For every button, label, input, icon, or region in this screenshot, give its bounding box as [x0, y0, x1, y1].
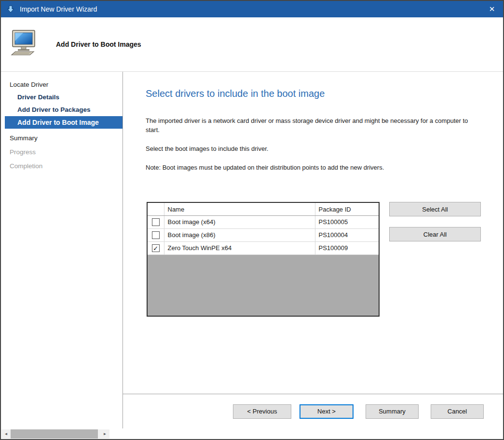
- note-text: Note: Boot images must be updated on the…: [146, 163, 483, 173]
- checkbox-cell: [148, 228, 164, 241]
- boot-images-tbody: Boot image (x64)PS100005Boot image (x86)…: [148, 215, 379, 254]
- wizard-body: Locate DriverDriver DetailsAdd Driver to…: [1, 71, 503, 428]
- bottom-bar: ◄ ►: [1, 428, 503, 439]
- table-row[interactable]: Boot image (x86)PS100004: [148, 228, 379, 241]
- sidebar-item-driver-details[interactable]: Driver Details: [1, 91, 123, 104]
- page-title: Select drivers to include in the boot im…: [146, 88, 484, 99]
- description-text: The imported driver is a network card dr…: [146, 117, 483, 135]
- wizard-step-title: Add Driver to Boot Images: [56, 40, 141, 48]
- column-header-package-id[interactable]: Package ID: [315, 203, 379, 215]
- previous-button[interactable]: < Previous: [233, 404, 291, 419]
- wizard-footer: < Previous Next > Summary Cancel: [123, 394, 503, 428]
- wizard-icon: [7, 5, 14, 13]
- window-title: Import New Driver Wizard: [20, 5, 97, 13]
- scroll-right-icon[interactable]: ►: [100, 429, 109, 439]
- scroll-left-icon[interactable]: ◄: [1, 429, 11, 439]
- next-button[interactable]: Next >: [300, 404, 354, 419]
- sidebar-horizontal-scrollbar[interactable]: ◄ ►: [1, 429, 109, 439]
- table-row[interactable]: Boot image (x64)PS100005: [148, 215, 379, 228]
- table-header-row: Name Package ID: [148, 203, 379, 215]
- checkbox-column-header: [148, 203, 164, 215]
- selection-buttons: Select All Clear All: [389, 202, 481, 241]
- content-pane: Select drivers to include in the boot im…: [123, 72, 503, 428]
- computer-icon: [9, 29, 40, 59]
- package-id: PS100009: [315, 241, 379, 254]
- wizard-steps: Locate DriverDriver DetailsAdd Driver to…: [1, 72, 123, 428]
- import-new-driver-wizard-window: Import New Driver Wizard ✕ Add D: [0, 0, 504, 440]
- sidebar-item-progress[interactable]: Progress: [1, 146, 123, 159]
- summary-button[interactable]: Summary: [366, 404, 419, 419]
- boot-image-checkbox[interactable]: [152, 218, 160, 226]
- sidebar-item-add-driver-to-packages[interactable]: Add Driver to Packages: [1, 104, 123, 116]
- boot-image-checkbox[interactable]: [152, 231, 160, 239]
- sidebar-item-add-driver-to-boot-image[interactable]: Add Driver to Boot Image: [5, 116, 123, 129]
- checkbox-cell: ✓: [148, 241, 164, 254]
- wizard-header: Add Driver to Boot Images: [1, 17, 503, 71]
- clear-all-button[interactable]: Clear All: [389, 227, 481, 241]
- boot-image-checkbox[interactable]: ✓: [152, 244, 160, 252]
- sidebar-item-completion[interactable]: Completion: [1, 160, 123, 173]
- titlebar: Import New Driver Wizard ✕: [1, 1, 503, 17]
- package-id: PS100005: [315, 215, 379, 228]
- close-icon[interactable]: ✕: [481, 1, 503, 17]
- boot-image-name: Zero Touch WinPE x64: [164, 241, 315, 254]
- checkbox-cell: [148, 215, 164, 228]
- boot-image-name: Boot image (x86): [164, 228, 315, 241]
- select-all-button[interactable]: Select All: [389, 202, 481, 216]
- boot-image-name: Boot image (x64): [164, 215, 315, 228]
- instruction-text: Select the boot images to include this d…: [146, 145, 483, 154]
- scrollbar-thumb[interactable]: [11, 429, 98, 439]
- package-id: PS100004: [315, 228, 379, 241]
- cancel-button[interactable]: Cancel: [431, 404, 484, 419]
- sidebar-item-summary[interactable]: Summary: [1, 132, 123, 145]
- table-row[interactable]: ✓Zero Touch WinPE x64PS100009: [148, 241, 379, 254]
- column-header-name[interactable]: Name: [164, 203, 315, 215]
- sidebar-item-locate-driver[interactable]: Locate Driver: [1, 79, 123, 91]
- boot-images-table: Name Package ID Boot image (x64)PS100005…: [147, 202, 380, 317]
- boot-images-section: Name Package ID Boot image (x64)PS100005…: [147, 202, 484, 317]
